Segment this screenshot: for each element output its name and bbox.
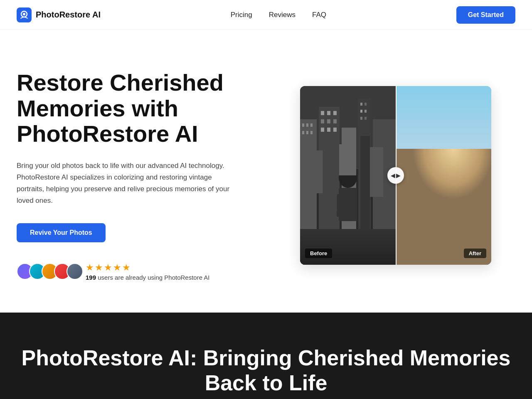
hero-title: Restore Cherished Memories with PhotoRes… <box>17 70 256 147</box>
header: PhotoRestore AI Pricing Reviews FAQ Get … <box>0 0 532 30</box>
svg-point-44 <box>404 103 437 118</box>
svg-rect-49 <box>425 186 434 191</box>
nav-link-faq[interactable]: FAQ <box>312 11 326 19</box>
svg-rect-7 <box>306 123 308 127</box>
svg-rect-15 <box>333 111 337 115</box>
bottom-section: PhotoRestore AI: Bringing Cherished Memo… <box>0 313 532 399</box>
before-image <box>300 86 396 265</box>
svg-rect-21 <box>333 128 337 132</box>
svg-rect-41 <box>454 99 466 265</box>
before-after-container: Before After ◀ ▶ <box>300 86 491 265</box>
before-after-handle[interactable]: ◀ ▶ <box>387 167 404 184</box>
svg-rect-40 <box>437 128 452 265</box>
svg-rect-8 <box>310 123 313 127</box>
hero-left: Restore Cherished Memories with PhotoRes… <box>17 70 256 281</box>
svg-rect-3 <box>300 86 396 265</box>
svg-rect-37 <box>396 86 491 265</box>
arrow-left-icon: ◀ <box>391 172 395 179</box>
user-count: 199 users are already using PhotoRestore… <box>86 274 210 281</box>
svg-rect-28 <box>365 103 367 106</box>
avatar <box>66 263 83 280</box>
nav-link-pricing[interactable]: Pricing <box>231 11 252 19</box>
svg-rect-31 <box>360 117 362 120</box>
hero-right: Before After ◀ ▶ <box>276 86 515 265</box>
svg-rect-13 <box>321 111 324 115</box>
svg-point-53 <box>446 168 448 171</box>
logo-text: PhotoRestore AI <box>36 10 101 20</box>
svg-rect-38 <box>396 119 412 265</box>
svg-rect-11 <box>310 131 313 134</box>
after-panel <box>396 86 491 265</box>
svg-rect-4 <box>300 86 396 169</box>
svg-rect-26 <box>308 240 387 241</box>
svg-point-47 <box>433 155 454 171</box>
revive-photos-button[interactable]: Revive Your Photos <box>17 223 106 242</box>
svg-point-2 <box>23 13 25 15</box>
svg-rect-6 <box>302 123 304 127</box>
svg-rect-25 <box>300 232 396 265</box>
handle-arrows: ◀ ▶ <box>391 172 401 179</box>
social-proof: ★★★★★ 199 users are already using PhotoR… <box>17 262 256 281</box>
svg-rect-27 <box>360 103 362 106</box>
svg-point-52 <box>439 168 441 171</box>
svg-rect-9 <box>302 131 304 134</box>
before-panel <box>300 86 396 265</box>
get-started-button[interactable]: Get Started <box>456 6 515 24</box>
svg-rect-23 <box>358 99 371 265</box>
after-label: After <box>464 249 486 258</box>
svg-point-46 <box>433 158 454 181</box>
svg-rect-19 <box>321 128 324 132</box>
arrow-right-icon: ▶ <box>396 172 401 179</box>
svg-point-33 <box>339 167 357 188</box>
svg-rect-29 <box>360 110 362 113</box>
avatar-group <box>17 263 79 280</box>
user-count-number: 199 <box>86 274 96 281</box>
svg-rect-18 <box>333 119 337 123</box>
svg-rect-43 <box>396 86 491 132</box>
svg-rect-12 <box>319 107 340 265</box>
hero-description: Bring your old photos back to life with … <box>17 160 233 207</box>
svg-point-45 <box>460 96 489 109</box>
svg-rect-50 <box>453 186 462 191</box>
bottom-title: PhotoRestore AI: Bringing Cherished Memo… <box>17 346 515 396</box>
svg-rect-10 <box>306 131 308 134</box>
logo-icon <box>17 7 32 22</box>
svg-rect-14 <box>327 111 330 115</box>
nav-link-reviews[interactable]: Reviews <box>269 11 296 19</box>
svg-rect-36 <box>349 194 356 217</box>
svg-rect-20 <box>327 128 330 132</box>
svg-rect-24 <box>373 119 396 265</box>
svg-rect-17 <box>327 119 330 123</box>
social-text: ★★★★★ 199 users are already using PhotoR… <box>86 262 210 281</box>
nav: Pricing Reviews FAQ <box>231 11 326 19</box>
svg-rect-16 <box>321 119 324 123</box>
logo[interactable]: PhotoRestore AI <box>17 7 101 22</box>
svg-rect-34 <box>339 188 357 221</box>
svg-rect-22 <box>342 128 356 265</box>
svg-rect-39 <box>414 107 435 265</box>
star-rating: ★★★★★ <box>86 262 210 273</box>
svg-rect-42 <box>468 119 491 265</box>
svg-marker-51 <box>427 202 460 244</box>
svg-rect-30 <box>365 110 367 113</box>
svg-rect-5 <box>300 119 317 265</box>
svg-rect-48 <box>433 181 454 222</box>
hero-section: Restore Cherished Memories with PhotoRes… <box>0 30 532 313</box>
svg-rect-32 <box>365 117 367 120</box>
before-label: Before <box>305 249 332 258</box>
user-count-text: users are already using PhotoRestore AI <box>98 274 209 281</box>
after-image <box>396 86 491 265</box>
svg-rect-35 <box>337 194 343 217</box>
